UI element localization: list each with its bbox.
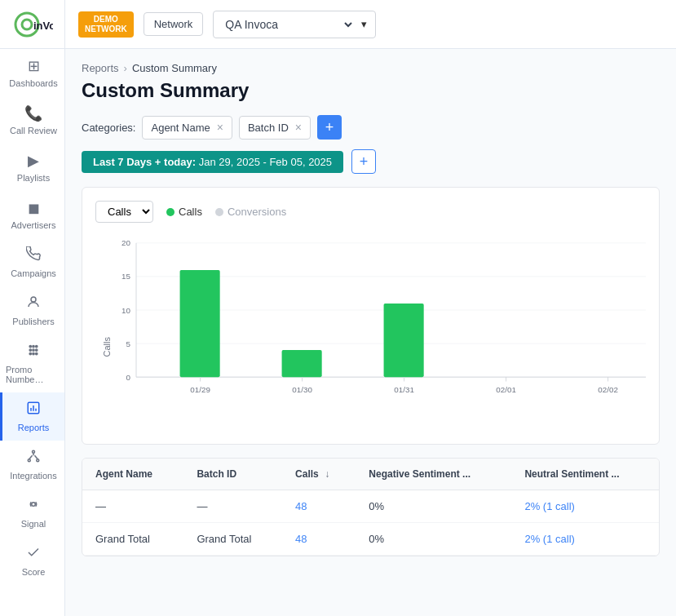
cell-neg-sentiment: 0% (356, 523, 511, 556)
calls-link[interactable]: 48 (295, 500, 307, 512)
sidebar-item-label: Score (22, 567, 46, 577)
category-tag-label: Batch ID (248, 122, 289, 134)
breadcrumb: Reports › Custom Summary (82, 62, 660, 74)
svg-point-14 (33, 450, 35, 453)
cell-calls: 48 (282, 523, 356, 556)
cell-batch-id: Grand Total (183, 523, 282, 556)
col-neg-sentiment: Negative Sentiment ... (356, 459, 511, 490)
svg-point-4 (29, 345, 31, 347)
legend-conversions: Conversions (215, 206, 286, 218)
sidebar-item-label: Integrations (10, 471, 56, 481)
campaigns-icon (26, 246, 41, 265)
network-button[interactable]: Network (144, 12, 204, 36)
publishers-icon (26, 295, 41, 313)
cell-neg-sentiment: 0% (356, 490, 511, 523)
add-filter-button[interactable]: + (351, 149, 376, 174)
date-badge[interactable]: Last 7 Days + today: Jan 29, 2025 - Feb … (82, 151, 343, 173)
svg-point-16 (28, 459, 30, 462)
svg-point-12 (36, 352, 38, 354)
bar-01-30 (282, 350, 322, 377)
sidebar-item-signal[interactable]: Signal (0, 489, 64, 537)
cell-agent-name: — (82, 490, 183, 523)
sidebar-item-label: Signal (21, 519, 46, 529)
sidebar-item-playlists[interactable]: ▶ Playlists (0, 144, 64, 191)
sidebar-item-advertisers[interactable]: ◼ Advertisers (0, 191, 64, 238)
svg-point-10 (29, 352, 31, 354)
svg-text:5: 5 (126, 339, 130, 348)
sidebar-item-call-review[interactable]: 📞 Call Review (0, 96, 64, 144)
sidebar: inVoca ⊞ Dashboards 📞 Call Review ▶ Play… (0, 0, 65, 616)
network-select[interactable]: QA Invoca (222, 17, 355, 32)
svg-point-15 (37, 459, 39, 462)
svg-text:01/31: 01/31 (394, 385, 414, 394)
page-title: Custom Summary (82, 79, 660, 102)
remove-category2-button[interactable]: × (295, 122, 302, 133)
sidebar-item-campaigns[interactable]: Campaigns (0, 238, 64, 286)
breadcrumb-separator: › (124, 62, 127, 74)
cell-neutral-sentiment: 2% (1 call) (511, 523, 659, 556)
svg-point-3 (31, 297, 36, 302)
dashboards-icon: ⊞ (28, 57, 40, 75)
remove-category1-button[interactable]: × (217, 122, 223, 133)
category-tag-batch-id: Batch ID × (239, 116, 311, 140)
conversions-dot (215, 208, 223, 216)
sidebar-item-score[interactable]: Score (0, 537, 64, 585)
cell-calls: 48 (282, 490, 356, 523)
main-content: Reports › Custom Summary Custom Summary … (65, 49, 676, 616)
date-label: Last 7 Days + today: (93, 156, 196, 168)
svg-text:0: 0 (126, 373, 130, 382)
category-tag-agent-name: Agent Name × (142, 116, 232, 140)
categories-row: Categories: Agent Name × Batch ID × + (82, 115, 660, 140)
bar-01-29 (180, 270, 220, 377)
call-review-icon: 📞 (24, 104, 42, 122)
svg-point-9 (36, 349, 38, 351)
bar-01-31 (384, 304, 424, 377)
breadcrumb-parent[interactable]: Reports (82, 62, 119, 74)
legend-calls: Calls (166, 206, 202, 218)
score-icon (26, 545, 41, 564)
legend-conversions-label: Conversions (228, 206, 286, 218)
calls-dot (166, 208, 175, 216)
sort-icon: ↓ (325, 468, 329, 480)
svg-point-6 (36, 345, 38, 347)
demo-badge: DEMO NETWORK (78, 11, 134, 38)
col-calls[interactable]: Calls ↓ (282, 459, 356, 490)
topbar: DEMO NETWORK Network QA Invoca ▾ (65, 0, 676, 49)
sidebar-item-label: Promo Numbe… (6, 365, 61, 384)
sidebar-item-promo-numbers[interactable]: Promo Numbe… (0, 335, 64, 392)
col-agent-name: Agent Name (82, 459, 183, 490)
svg-text:10: 10 (122, 306, 130, 315)
add-category-button[interactable]: + (317, 115, 342, 140)
svg-point-1 (22, 20, 32, 29)
promo-numbers-icon (26, 343, 41, 361)
signal-icon (26, 497, 41, 516)
cell-neutral-sentiment: 2% (1 call) (511, 490, 659, 523)
svg-point-8 (33, 349, 34, 351)
sidebar-item-reports[interactable]: Reports (0, 392, 64, 441)
chart-section: Calls Calls Conversions Calls (82, 187, 660, 445)
calls-link[interactable]: 48 (295, 533, 307, 545)
sidebar-item-label: Advertisers (11, 220, 55, 230)
chart-svg: 0 5 10 15 20 01/29 01/30 01/31 02/01 (136, 233, 646, 428)
chart-controls: Calls Calls Conversions (95, 201, 646, 223)
summary-table: Agent Name Batch ID Calls ↓ Negative Sen… (82, 459, 659, 556)
categories-label: Categories: (82, 122, 135, 134)
table-header-row: Agent Name Batch ID Calls ↓ Negative Sen… (82, 459, 659, 490)
svg-text:02/02: 02/02 (598, 385, 618, 394)
network-select-wrapper[interactable]: QA Invoca ▾ (213, 11, 376, 38)
playlists-icon: ▶ (28, 152, 39, 170)
col-neutral-sentiment: Neutral Sentiment ... (511, 459, 659, 490)
svg-point-17 (32, 503, 36, 507)
reports-icon (26, 401, 41, 419)
sidebar-item-integrations[interactable]: Integrations (0, 441, 64, 489)
svg-text:01/29: 01/29 (190, 385, 210, 394)
sidebar-item-publishers[interactable]: Publishers (0, 286, 64, 335)
chart-type-select[interactable]: Calls (95, 201, 153, 223)
sidebar-item-dashboards[interactable]: ⊞ Dashboards (0, 49, 64, 96)
svg-text:01/30: 01/30 (292, 385, 312, 394)
chevron-down-icon: ▾ (361, 18, 367, 30)
svg-point-11 (33, 352, 34, 354)
table-row: — — 48 0% 2% (1 call) (82, 490, 659, 523)
svg-point-7 (29, 349, 31, 351)
svg-point-5 (33, 345, 34, 347)
